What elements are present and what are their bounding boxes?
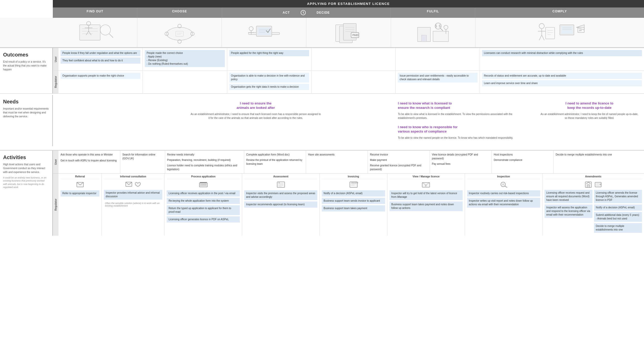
- activity-item: Ask those who operate in this area or Mi…: [61, 153, 118, 157]
- svg-rect-38: [433, 31, 448, 42]
- outcome-item: People made the correct choice- Apply (n…: [145, 50, 225, 67]
- reg-activity-item: Inspector visits the premises and assess…: [244, 190, 317, 200]
- reg-invoicing: Invoicing INVOICE Notify of a decision (…: [320, 174, 387, 236]
- reg-activity-item: Inspector routinely carries out risk-bas…: [467, 190, 540, 197]
- activity-item: Decide to merge multiple establishments …: [556, 153, 642, 157]
- reg-phase-label: View / Manage licence: [389, 175, 463, 179]
- reg-activity-item: Inspector writes up visit report and not…: [467, 198, 540, 208]
- need-animals-body: As an establishment administrator, I nee…: [190, 112, 322, 120]
- reg-activity-item: Notify of a decision (ASPeL email): [322, 190, 385, 197]
- outcome-item: People know if they fall under regulatio…: [61, 50, 140, 56]
- reg-informal: Informal consultation Inspector provides…: [102, 174, 165, 236]
- need-compliant: I need to know what is licensed toensure…: [398, 101, 530, 120]
- activities-title: Activities: [3, 154, 49, 160]
- comply-illustration: 3R: [531, 20, 588, 45]
- outcomes-comply-reg: Records of status and entitlement are ac…: [480, 71, 644, 93]
- activity-item: Host inspections: [494, 153, 551, 157]
- informal-icons: [104, 181, 162, 188]
- needs-label-block: Needs Important and/or essential require…: [0, 95, 53, 146]
- act-decide-icon: [300, 10, 306, 16]
- outcomes-act-user: People applied for the right thing the r…: [227, 48, 311, 70]
- outcomes-decide-user: [311, 48, 396, 70]
- need-animals-heading: I need to ensure theanimals are looked a…: [190, 101, 322, 110]
- svg-rect-56: [561, 26, 573, 34]
- outcome-item: Learn and improve service over time and …: [482, 80, 642, 86]
- activity-item: Have site assessments: [308, 153, 366, 157]
- activity-item: Review needs internally: [167, 153, 242, 157]
- illustration-find-out: [53, 18, 137, 47]
- reg-activity-item: Licensing officer generates licence in P…: [167, 216, 240, 223]
- assessment-icon: [244, 181, 317, 188]
- reg-activity-item: Refer to appropriate inspector: [61, 190, 99, 197]
- reg-activity-item: Licensing officer receives request and e…: [545, 190, 592, 203]
- reg-activity-item: Business support team sends invoice to a…: [322, 198, 385, 204]
- outcomes-comply-user: Licensees can conduct research with mini…: [480, 48, 644, 70]
- activity-item: Demonstrate compliance: [494, 158, 551, 162]
- reg-phase-label: Inspection: [467, 175, 540, 179]
- outcomes-findout-reg: Organisation supports people to make the…: [58, 71, 143, 93]
- svg-text:$: $: [435, 24, 437, 28]
- needs-title: Needs: [3, 99, 49, 105]
- user-act-decide: Have site assessments: [306, 151, 368, 173]
- outcomes-findout-user: People know if they fall under regulatio…: [58, 48, 143, 70]
- reg-activity-item: Inspector will try to get hold of the la…: [389, 190, 463, 200]
- user-activities-row: User Ask those who operate in this area …: [53, 151, 644, 174]
- reg-activity-note: Often the sensible solution (advice) is …: [104, 201, 162, 208]
- svg-line-50: [542, 35, 544, 40]
- outcomes-regulator-row: Regulator Organisation supports people t…: [53, 71, 644, 93]
- phase-header-comply: COMPLY: [475, 7, 644, 18]
- reg-activity-item: Submit additional data (every 5 years) -…: [594, 212, 642, 222]
- invoicing-icon: INVOICE: [322, 181, 385, 188]
- svg-line-80: [505, 186, 507, 187]
- svg-point-26: [249, 27, 253, 31]
- outcomes-act-reg: Organisation is able to make a decision …: [227, 71, 311, 93]
- outcomes-user-row: User People know if they fall under regu…: [53, 48, 644, 71]
- outcomes-section: Outcomes End result of a policy or a ser…: [0, 47, 644, 94]
- needs-section: Needs Important and/or essential require…: [0, 94, 644, 151]
- svg-point-12: [167, 27, 192, 40]
- outcomes-decide-reg: [311, 71, 396, 93]
- need-responsible: I need to know who is responsible forvar…: [398, 125, 530, 140]
- process-icon: [167, 181, 240, 188]
- reg-referral: Referral Refer to appropriate inspector: [58, 174, 102, 236]
- reg-activity-item: Inspector provides informal advice and i…: [104, 190, 162, 200]
- decide-illustration: PAID: [328, 20, 369, 45]
- reg-activity-item: Licensing officer receives application i…: [167, 190, 240, 197]
- activities-description: High level actions that users and Govern…: [3, 162, 49, 174]
- activity-item: Search for information online (GOV.UK): [122, 153, 163, 160]
- reg-phase-label: Referral: [61, 175, 99, 179]
- need-amend-body: As an establishment administrator, I nee…: [540, 112, 639, 120]
- view-icon: [389, 181, 463, 188]
- need-responsible-body: To be able to view the named people on t…: [398, 136, 530, 140]
- svg-text:PAID: PAID: [352, 34, 358, 37]
- reg-phase-label: Assessment: [244, 175, 317, 179]
- svg-rect-68: [205, 184, 206, 186]
- reg-activity-item: Inspector will assess the application an…: [545, 204, 592, 218]
- activity-item: Get in touch with ASRU to inquire about …: [61, 159, 118, 162]
- outcome-item: Records of status and entitlement are ac…: [482, 73, 642, 79]
- need-amend-heading: I need to amend the licence tokeep the r…: [540, 101, 639, 110]
- reg-activity-item: Re-keying the whole application form int…: [167, 198, 240, 204]
- referral-icon: [61, 181, 99, 188]
- outcomes-choose-reg: [143, 71, 227, 93]
- reg-process: Process application Licensing officer re…: [165, 174, 242, 236]
- reg-inspection: Inspection Inspector routinely carries o…: [465, 174, 543, 236]
- svg-point-5: [100, 25, 111, 35]
- svg-rect-1: [80, 25, 100, 40]
- fulfil-illustration: $ $: [412, 20, 454, 45]
- outcome-item: Organisation is able to make a decision …: [229, 73, 309, 83]
- activity-item: Pay annual fees: [432, 162, 489, 166]
- svg-text:3R: 3R: [579, 29, 582, 32]
- outcome-item: Licensees can conduct research with mini…: [482, 50, 642, 56]
- header-bar: APPLYING FOR ESTABLISHMENT LICENCE: [53, 0, 644, 7]
- user-act-choose: Review needs internally Preparation, fin…: [165, 151, 244, 173]
- needs-description: Important and/or essential requirements …: [3, 107, 49, 118]
- reg-view-manage: View / Manage licence Inspector will try…: [387, 174, 465, 236]
- reg-activity-item: Licensing officer amends the license thr…: [594, 190, 642, 203]
- reg-activity-item: Return the typed up application to appli…: [167, 205, 240, 215]
- need-compliant-body: To be able to view what is licensed in t…: [398, 112, 530, 120]
- user-act-find-out: Ask those who operate in this area or Mi…: [58, 151, 120, 173]
- activities-label-block: Activities High level actions that users…: [0, 151, 53, 236]
- outcomes-description: End result of a policy or a service. It'…: [3, 60, 49, 71]
- activity-item: Complete application form (Word doc): [246, 153, 304, 157]
